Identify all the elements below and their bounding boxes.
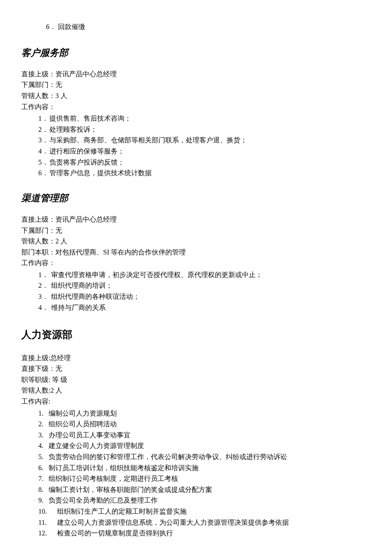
list-item: 7. 组织制订公司考核制度，定期进行员工考核 bbox=[38, 473, 371, 484]
list-text: 提供售前、售后技术咨询； bbox=[49, 113, 131, 124]
list-item: 8. 编制工资计划，审核各职能部门的奖金或提成分配方案 bbox=[38, 484, 371, 495]
list-text: 组织代理商的培训； bbox=[51, 280, 112, 291]
list-number: 3． bbox=[38, 135, 49, 146]
list-number: 8. bbox=[38, 484, 49, 495]
prior-section-list-tail: 6． 回款催缴 bbox=[21, 21, 371, 32]
section-heading-customer-service: 客户服务部 bbox=[21, 45, 371, 60]
list-number: 3. bbox=[38, 430, 49, 441]
list-text: 检查公司的一切规章制度是否得到执行 bbox=[57, 528, 173, 539]
list-text: 编制工资计划，审核各职能部门的奖金或提成分配方案 bbox=[49, 484, 212, 495]
list-text: 组织代理商的各种联谊活动； bbox=[51, 291, 140, 302]
list-item: 2． 组织代理商的培训； bbox=[38, 280, 371, 291]
list-number: 12. bbox=[38, 528, 57, 539]
list-number: 3． bbox=[38, 291, 51, 302]
list-item: 2. 组织公司人员招聘活动 bbox=[38, 419, 371, 430]
list-text: 制订员工培训计划，组织技能考核鉴定和培训实施 bbox=[49, 462, 199, 474]
list-text: 审查代理资格申请，初步决定可否授代理权、原代理权的更新或中止； bbox=[51, 269, 262, 280]
info-line: 管辖人数：2 人 bbox=[21, 236, 371, 247]
info-line: 管辖人数:2 人 bbox=[21, 385, 371, 396]
list-text: 负责劳动合同的签订和管理工作，代表公司解决劳动争议、纠纷或进行劳动诉讼 bbox=[49, 451, 287, 462]
list-item: 6. 制订员工培训计划，组织技能考核鉴定和培训实施 bbox=[38, 462, 371, 474]
list-number: 7. bbox=[38, 473, 49, 484]
list-item: 1． 提供售前、售后技术咨询； bbox=[38, 113, 371, 124]
list-number: 5. bbox=[38, 451, 49, 462]
list-text: 办理公司员工人事变动事宜 bbox=[49, 430, 130, 441]
info-line: 部门本职：对包括代理商、SI 等在内的合作伙伴的管理 bbox=[21, 247, 371, 258]
section1-info: 直接上级：资讯产品中心总经理 下属部门：无 管辖人数：3 人 工作内容： bbox=[21, 69, 371, 112]
section-heading-hr: 人力资源部 bbox=[21, 327, 371, 343]
info-line: 工作内容： bbox=[21, 101, 371, 113]
list-item: 12. 检查公司的一切规章制度是否得到执行 bbox=[38, 528, 371, 539]
list-text: 建立公司人力资源管理信息系统，为公司重大人力资源管理决策提供参考依据 bbox=[57, 517, 289, 528]
list-text: 建立健全公司人力资源管理制度 bbox=[49, 440, 144, 451]
list-item: 4． 维持与厂商的关系 bbox=[38, 302, 371, 313]
list-item: 6． 回款催缴 bbox=[46, 21, 371, 32]
list-item: 3. 办理公司员工人事变动事宜 bbox=[38, 430, 371, 441]
list-number: 1． bbox=[38, 113, 49, 124]
list-item: 5. 负责劳动合同的签订和管理工作，代表公司解决劳动争议、纠纷或进行劳动诉讼 bbox=[38, 451, 371, 462]
list-text: 维持与厂商的关系 bbox=[51, 302, 106, 313]
info-line: 工作内容: bbox=[21, 396, 371, 407]
list-text: 组织制订公司考核制度，定期进行员工考核 bbox=[49, 473, 178, 484]
list-number: 6. bbox=[38, 462, 49, 474]
info-line: 直接上级:总经理 bbox=[21, 353, 371, 364]
info-line: 直接上级：资讯产品中心总经理 bbox=[21, 69, 371, 80]
section2-info: 直接上级：资讯产品中心总经理 下属部门：无 管辖人数：2 人 部门本职：对包括代… bbox=[21, 214, 371, 269]
list-text: 管理客户信息，提供技术统计数据 bbox=[49, 168, 152, 179]
list-item: 3． 与采购部、商务部、仓储部等相关部门联系，处理客户退、换货； bbox=[38, 135, 371, 146]
section2-list: 1． 审查代理资格申请，初步决定可否授代理权、原代理权的更新或中止； 2． 组织… bbox=[21, 269, 371, 313]
list-number: 4． bbox=[38, 302, 51, 313]
list-number: 1. bbox=[38, 408, 49, 419]
info-line: 直接上级：资讯产品中心总经理 bbox=[21, 214, 371, 225]
info-line: 工作内容： bbox=[21, 257, 371, 269]
list-text: 编制公司人力资源规划 bbox=[49, 408, 117, 419]
info-line: 下属部门：无 bbox=[21, 225, 371, 236]
list-number: 6． bbox=[38, 168, 49, 179]
list-item: 11. 建立公司人力资源管理信息系统，为公司重大人力资源管理决策提供参考依据 bbox=[38, 517, 371, 528]
list-number: 2. bbox=[38, 419, 49, 430]
list-item: 4． 进行相应的保修等服务； bbox=[38, 146, 371, 157]
list-item: 2． 处理顾客投诉； bbox=[38, 124, 371, 135]
list-item: 4. 建立健全公司人力资源管理制度 bbox=[38, 440, 371, 451]
list-number: 4. bbox=[38, 440, 49, 451]
list-item: 10. 组织制订生产工人的定额工时制并监督实施 bbox=[38, 506, 371, 517]
info-line: 管辖人数：3 人 bbox=[21, 90, 371, 101]
list-number: 11. bbox=[38, 517, 57, 528]
list-number: 2． bbox=[38, 280, 51, 291]
list-number: 2． bbox=[38, 124, 49, 135]
list-item: 9. 负责公司全员考勤的汇总及整理工作 bbox=[38, 495, 371, 506]
list-text: 回款催缴 bbox=[58, 21, 85, 32]
list-text: 与采购部、商务部、仓储部等相关部门联系，处理客户退、换货； bbox=[49, 135, 247, 146]
list-item: 1. 编制公司人力资源规划 bbox=[38, 408, 371, 419]
section3-info: 直接上级:总经理 直接下级：无 职等职级: 等 级 管辖人数:2 人 工作内容: bbox=[21, 353, 371, 407]
list-text: 负责将客户投诉的反馈； bbox=[49, 157, 124, 168]
list-number: 4． bbox=[38, 146, 49, 157]
section1-list: 1． 提供售前、售后技术咨询； 2． 处理顾客投诉； 3． 与采购部、商务部、仓… bbox=[21, 113, 371, 179]
list-item: 3． 组织代理商的各种联谊活动； bbox=[38, 291, 371, 302]
section-heading-channel-management: 渠道管理部 bbox=[21, 191, 371, 205]
list-text: 组织制订生产工人的定额工时制并监督实施 bbox=[57, 506, 187, 517]
info-line: 下属部门：无 bbox=[21, 79, 371, 90]
list-item: 6． 管理客户信息，提供技术统计数据 bbox=[38, 168, 371, 179]
list-number: 10. bbox=[38, 506, 57, 517]
list-item: 5． 负责将客户投诉的反馈； bbox=[38, 157, 371, 168]
list-text: 负责公司全员考勤的汇总及整理工作 bbox=[49, 495, 158, 506]
list-text: 进行相应的保修等服务； bbox=[49, 146, 124, 157]
list-number: 5． bbox=[38, 157, 49, 168]
list-number: 1． bbox=[38, 269, 51, 280]
info-line: 直接下级：无 bbox=[21, 363, 371, 374]
info-line: 职等职级: 等 级 bbox=[21, 374, 371, 385]
list-number: 9. bbox=[38, 495, 49, 506]
list-text: 处理顾客投诉； bbox=[49, 124, 97, 135]
list-number: 6． bbox=[46, 21, 58, 32]
section3-list: 1. 编制公司人力资源规划 2. 组织公司人员招聘活动 3. 办理公司员工人事变… bbox=[21, 408, 371, 539]
list-item: 1． 审查代理资格申请，初步决定可否授代理权、原代理权的更新或中止； bbox=[38, 269, 371, 280]
list-text: 组织公司人员招聘活动 bbox=[49, 419, 117, 430]
